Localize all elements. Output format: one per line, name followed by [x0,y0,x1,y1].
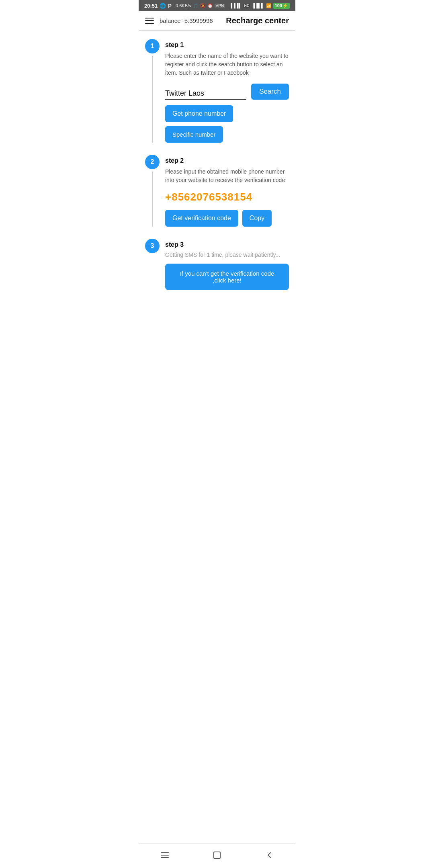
step1-title: step 1 [165,41,289,49]
step2-title: step 2 [165,157,289,164]
step2-circle: 2 [145,155,160,169]
step2-section: 2 step 2 Please input the obtained mobil… [145,155,289,227]
step1-body: step 1 Please enter the name of the webs… [165,39,289,143]
step1-circle: 1 [145,39,160,53]
search-row: Search [165,84,289,100]
step3-description: Getting SMS for 1 time, please wait pati… [165,252,289,258]
page-title: Recharge center [226,16,289,25]
step1-button-row: Get phone number Specific number [165,105,289,143]
step2-button-row: Get verification code Copy [165,210,289,227]
step2-left: 2 [145,155,160,227]
get-phone-number-button[interactable]: Get phone number [165,105,233,122]
step1-left: 1 [145,39,160,143]
search-input[interactable] [165,88,246,99]
specific-number-button[interactable]: Specific number [165,126,223,143]
copy-button[interactable]: Copy [242,210,272,227]
step3-left: 3 [145,239,160,290]
step1-line [152,56,153,143]
step2-body: step 2 Please input the obtained mobile … [165,155,289,227]
step2-description: Please input the obtained mobile phone n… [165,168,289,184]
cant-get-code-button[interactable]: If you can't get the verification code ,… [165,264,289,290]
step3-title: step 3 [165,241,289,248]
status-bar: 20:51 🌐 P 0.6KB/s 🎵 🔕 ⏰ VPN ▐▐▐▌ HD ▐▐▌▌… [139,0,295,11]
step3-body: step 3 Getting SMS for 1 time, please wa… [165,239,289,290]
status-center: 0.6KB/s 🎵 🔕 ⏰ VPN [176,3,225,8]
step2-line [152,172,153,227]
status-time: 20:51 🌐 P [144,3,172,9]
search-button[interactable]: Search [251,84,289,100]
step3-circle: 3 [145,239,160,253]
app-header: balance -5.3999996 Recharge center [139,11,295,31]
battery-indicator: 100 ⚡ [273,3,290,9]
search-input-wrap [165,88,246,100]
step1-description: Please enter the name of the website you… [165,52,289,77]
get-verification-code-button[interactable]: Get verification code [165,210,238,227]
phone-number-display: +8562076538154 [165,191,289,203]
step3-section: 3 step 3 Getting SMS for 1 time, please … [145,239,289,290]
main-content: 1 step 1 Please enter the name of the we… [139,31,295,334]
balance-display: balance -5.3999996 [160,17,226,24]
status-right: ▐▐▐▌ HD ▐▐▌▌ 📶 100 ⚡ [229,3,290,9]
step1-section: 1 step 1 Please enter the name of the we… [145,39,289,143]
hamburger-menu-button[interactable] [145,18,154,24]
